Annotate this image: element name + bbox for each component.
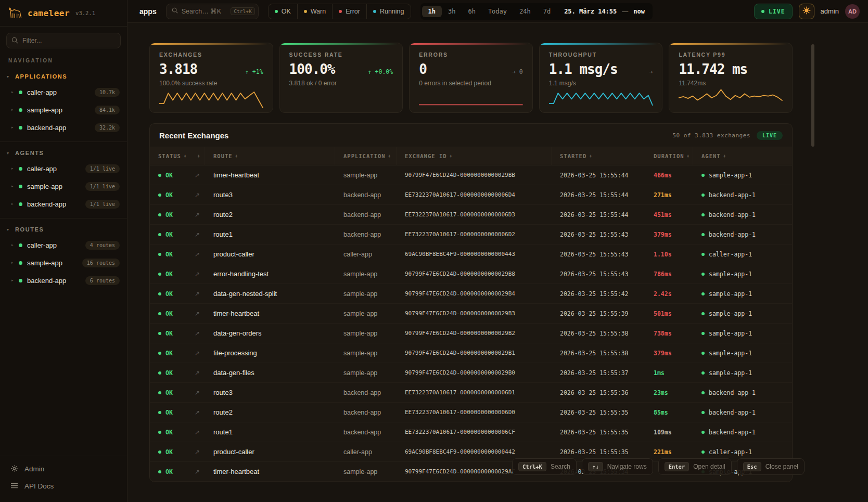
shortcut-pill: Ctrl+K Search xyxy=(512,458,577,475)
table-row[interactable]: OK ↗ data-gen-orders sample-app 90799F47… xyxy=(150,324,792,343)
sidebar-item-caller-app[interactable]: ▸ caller-app 1/1 live xyxy=(0,160,127,177)
external-link-icon[interactable]: ↗ xyxy=(186,211,205,218)
table-row[interactable]: OK ↗ file-processing sample-app 90799F47… xyxy=(150,343,792,363)
external-link-icon[interactable]: ↗ xyxy=(186,468,205,475)
row-started: 2026-03-25 15:55:35 xyxy=(552,448,645,456)
theme-toggle-button[interactable] xyxy=(799,4,814,19)
sidebar-item-backend-app[interactable]: ▸ backend-app 1/1 live xyxy=(0,195,127,213)
row-application: sample-app xyxy=(335,271,397,278)
external-link-icon[interactable]: ↗ xyxy=(186,448,205,456)
external-link-icon[interactable]: ↗ xyxy=(186,251,205,258)
external-link-icon[interactable]: ↗ xyxy=(186,330,205,337)
row-application: backend-app xyxy=(335,409,397,416)
column-header-route[interactable]: ROUTE ▲▼ xyxy=(205,147,335,165)
table-row[interactable]: OK ↗ route3 backend-app EE7322370A10617-… xyxy=(150,185,792,205)
time-range-buttons: 1h3h6hToday24h7d xyxy=(422,6,557,17)
sidebar-item-backend-app[interactable]: ▸ backend-app 32.2k xyxy=(0,119,127,136)
status-filter-running[interactable]: Running xyxy=(366,4,411,19)
external-link-icon[interactable]: ↗ xyxy=(186,172,205,179)
external-link-icon[interactable]: ↗ xyxy=(186,290,205,298)
table-live-badge[interactable]: LIVE xyxy=(757,131,783,140)
sidebar-item-caller-app[interactable]: ▸ caller-app 4 routes xyxy=(0,236,127,254)
sidebar-item-sample-app[interactable]: ▸ sample-app 84.1k xyxy=(0,101,127,119)
table-row[interactable]: OK ↗ route2 backend-app EE7322370A10617-… xyxy=(150,205,792,225)
footer-label: API Docs xyxy=(24,482,54,490)
column-header-started[interactable]: STARTED ▲▼ xyxy=(552,147,645,165)
table-row[interactable]: OK ↗ route1 backend-app EE7322370A10617-… xyxy=(150,225,792,244)
external-link-icon[interactable]: ↗ xyxy=(186,369,205,377)
external-link-icon[interactable]: ↗ xyxy=(186,350,205,357)
breadcrumb[interactable]: apps xyxy=(139,7,157,16)
sidebar-item-backend-app[interactable]: ▸ backend-app 6 routes xyxy=(0,272,127,289)
external-link-icon[interactable]: ↗ xyxy=(186,231,205,238)
table-row[interactable]: OK ↗ data-gen-files sample-app 90799F47E… xyxy=(150,363,792,383)
sidebar-item-caller-app[interactable]: ▸ caller-app 10.7k xyxy=(0,83,127,101)
column-header-application[interactable]: APPLICATION ▲▼ xyxy=(335,147,397,165)
sort-icon[interactable]: ▲▼ xyxy=(450,155,452,158)
sort-icon[interactable]: ▲▼ xyxy=(389,155,391,158)
sort-icon[interactable]: ▲▼ xyxy=(236,155,238,158)
row-route: route1 xyxy=(205,230,335,238)
status-filter-error[interactable]: Error xyxy=(332,4,366,19)
scrollbar-thumb[interactable] xyxy=(811,44,814,147)
row-route: data-gen-nested-split xyxy=(205,290,335,298)
time-range-24h[interactable]: 24h xyxy=(513,6,537,17)
ok-status-dot xyxy=(158,194,161,197)
sort-icon[interactable]: ▲▼ xyxy=(724,155,726,158)
row-started: 2026-03-25 15:55:44 xyxy=(552,211,645,218)
external-link-icon[interactable]: ↗ xyxy=(186,191,205,199)
live-toggle-button[interactable]: LIVE xyxy=(754,4,793,19)
sidebar-filter-input[interactable] xyxy=(6,33,121,48)
table-row[interactable]: OK ↗ route3 backend-app EE7322370A10617-… xyxy=(150,383,792,403)
table-row[interactable]: OK ↗ timer-heartbeat sample-app 90799F47… xyxy=(150,165,792,185)
row-agent: caller-app-1 xyxy=(709,251,752,258)
column-header-status[interactable]: STATUS ▲▼ xyxy=(150,147,186,165)
time-range-6h[interactable]: 6h xyxy=(462,6,481,17)
time-range-1h[interactable]: 1h xyxy=(422,6,442,17)
global-search[interactable]: Search… ⌘K Ctrl+K xyxy=(166,4,259,19)
table-row[interactable]: OK ↗ product-caller caller-app 69AC90BF8… xyxy=(150,244,792,264)
card-delta: ↑ +1% xyxy=(245,68,263,75)
row-duration: 451ms xyxy=(645,211,693,218)
shortcut-pill: ↑↓ Navigate rows xyxy=(582,458,653,475)
row-exchange-id: 90799F47E6CD24D-00000000000029B1 xyxy=(397,350,552,356)
status-filter-warn[interactable]: Warn xyxy=(297,4,332,19)
sidebar-footer-admin[interactable]: Admin xyxy=(0,460,127,478)
ok-status-dot xyxy=(158,312,161,315)
sidebar-footer-api-docs[interactable]: API Docs xyxy=(0,478,127,495)
row-route: data-gen-orders xyxy=(205,329,335,337)
row-started: 2026-03-25 15:55:35 xyxy=(552,409,645,416)
external-link-icon[interactable]: ↗ xyxy=(186,429,205,436)
sidebar-group-header[interactable]: ▾ AGENTS xyxy=(0,147,127,160)
sidebar-item-sample-app[interactable]: ▸ sample-app 16 routes xyxy=(0,254,127,272)
column-header-duration[interactable]: DURATION ▲▼ xyxy=(645,147,693,165)
table-row[interactable]: OK ↗ error-handling-test sample-app 9079… xyxy=(150,264,792,284)
sort-icon[interactable]: ▲▼ xyxy=(198,155,200,158)
date-range[interactable]: 25. März 14:55 — now xyxy=(564,8,645,15)
external-link-icon[interactable]: ↗ xyxy=(186,389,205,396)
external-link-icon[interactable]: ↗ xyxy=(186,409,205,416)
column-header-agent[interactable]: AGENT ▲▼ xyxy=(693,147,792,165)
table-row[interactable]: OK ↗ data-gen-nested-split sample-app 90… xyxy=(150,284,792,304)
external-link-icon[interactable]: ↗ xyxy=(186,310,205,317)
external-link-icon[interactable]: ↗ xyxy=(186,271,205,278)
time-range-today[interactable]: Today xyxy=(482,6,513,17)
column-label: DURATION xyxy=(654,153,684,159)
avatar[interactable]: AD xyxy=(845,4,860,19)
sidebar-item-sample-app[interactable]: ▸ sample-app 1/1 live xyxy=(0,177,127,195)
table-row[interactable]: OK ↗ route2 backend-app EE7322370A10617-… xyxy=(150,403,792,422)
status-dot xyxy=(275,10,278,13)
sidebar-group-header[interactable]: ▾ APPLICATIONS xyxy=(0,70,127,83)
sort-icon[interactable]: ▲▼ xyxy=(590,155,592,158)
sidebar-group-header[interactable]: ▾ ROUTES xyxy=(0,223,127,236)
column-header-link[interactable]: ▲▼ xyxy=(186,147,205,165)
column-header-exchange-id[interactable]: EXCHANGE ID ▲▼ xyxy=(397,147,552,165)
sort-icon[interactable]: ▲▼ xyxy=(687,155,690,158)
time-range-7d[interactable]: 7d xyxy=(537,6,557,17)
status-filter-ok[interactable]: OK xyxy=(269,4,297,19)
table-row[interactable]: OK ↗ route1 backend-app EE7322370A10617-… xyxy=(150,422,792,442)
logo[interactable]: cameleer v3.2.1 xyxy=(0,0,127,27)
table-row[interactable]: OK ↗ timer-heartbeat sample-app 90799F47… xyxy=(150,304,792,324)
time-range-3h[interactable]: 3h xyxy=(442,6,462,17)
card-label: THROUGHPUT xyxy=(549,52,653,58)
